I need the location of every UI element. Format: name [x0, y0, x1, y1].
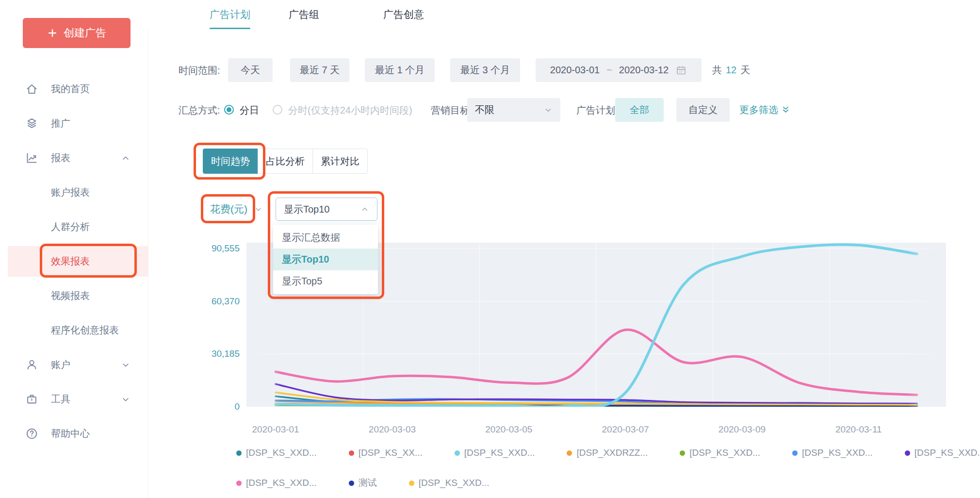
legend-dot: [236, 450, 242, 456]
sidebar-item-label: 报表: [51, 151, 70, 165]
chevron-down-icon: [121, 395, 131, 404]
radio-daily[interactable]: [224, 105, 234, 115]
chart-tab-time-trend[interactable]: 时间趋势: [203, 149, 258, 174]
legend-dot: [349, 450, 354, 456]
user-icon: [25, 358, 38, 371]
time-range-label: 时间范围:: [179, 64, 220, 77]
sidebar-item-account-report[interactable]: 账户报表: [0, 175, 148, 210]
sidebar-item-label: 帮助中心: [51, 427, 90, 440]
legend-dot: [349, 481, 354, 486]
legend-dot: [455, 450, 460, 456]
plan-all-button[interactable]: 全部: [615, 98, 664, 122]
marketing-goal-select[interactable]: 不限: [467, 98, 560, 122]
legend-label: [DSP_KS_XX...: [359, 448, 423, 458]
y-tick-label: 0: [199, 401, 240, 412]
chevron-up-icon: [360, 205, 369, 214]
topn-select[interactable]: 显示Top10: [276, 198, 377, 221]
topn-select-value: 显示Top10: [284, 203, 330, 216]
sidebar-item-programmatic-creative-report[interactable]: 程序化创意报表: [0, 313, 148, 348]
radio-daily-label[interactable]: 分日: [240, 104, 259, 117]
total-days-prefix: 共: [712, 64, 722, 77]
legend-item[interactable]: [DSP_KS_XXD...: [236, 448, 317, 458]
sidebar-item-help-center[interactable]: 帮助中心: [0, 416, 148, 451]
legend-item[interactable]: [DSP_KS_XXD...: [455, 448, 535, 458]
legend-item[interactable]: [DSP_KS_XXD...: [905, 448, 980, 458]
chevron-down-icon: [254, 205, 262, 214]
legend-item[interactable]: [DSP_KS_XXD...: [236, 477, 317, 489]
legend-item[interactable]: [DSP_KS_XX...: [349, 448, 423, 458]
double-chevron-down-icon: [781, 105, 790, 115]
sidebar-item-label: 推广: [51, 117, 70, 130]
legend-label: [DSP_KS_XXD...: [915, 448, 980, 458]
radio-hourly[interactable]: [273, 105, 282, 115]
legend-label: [DSP_KS_XXD...: [246, 448, 317, 458]
calendar-icon[interactable]: [675, 65, 687, 76]
sidebar-item-report[interactable]: 报表: [0, 141, 148, 175]
x-tick-label: 2020-03-11: [835, 424, 882, 435]
metric-select-value: 花费(元): [210, 202, 247, 216]
quick-range-today[interactable]: 今天: [228, 58, 273, 82]
quick-range-last-3-months[interactable]: 最近 3 个月: [450, 58, 520, 82]
legend-label: [DSP_KS_XXD...: [689, 448, 760, 458]
sidebar-item-label: 我的首页: [51, 83, 90, 96]
topn-option-1[interactable]: 显示Top10: [273, 249, 378, 270]
sidebar: 创建广告 我的首页推广报表账户报表人群分析效果报表视频报表程序化创意报表账户工具…: [0, 0, 148, 498]
sidebar-item-label: 账户: [51, 358, 70, 371]
legend-dot: [680, 450, 685, 456]
date-end: 2020-03-12: [619, 65, 669, 76]
chart-tab-cumulative-compare[interactable]: 累计对比: [312, 149, 368, 174]
topn-option-2[interactable]: 显示Top5: [273, 270, 378, 292]
legend-item[interactable]: [DSP_KS_XXD...: [792, 448, 873, 458]
sidebar-item-label: 程序化创意报表: [51, 324, 119, 337]
tab-ad-creative[interactable]: 广告创意: [383, 0, 424, 29]
legend-label: [DSP_KS_XXD...: [802, 448, 873, 458]
active-tab-underline: [210, 28, 250, 29]
date-tilde: ~: [606, 65, 612, 76]
chart-icon: [25, 151, 38, 165]
legend-item[interactable]: 测试: [349, 477, 377, 489]
legend-item[interactable]: [DSP_XXDRZZ...: [567, 448, 648, 458]
help-icon: [25, 427, 38, 440]
quick-range-last-7-days[interactable]: 最近 7 天: [290, 58, 349, 82]
y-tick-label: 30,185: [199, 349, 240, 359]
sidebar-item-label: 效果报表: [51, 255, 90, 268]
sidebar-item-home[interactable]: 我的首页: [0, 72, 148, 106]
legend-dot: [567, 450, 572, 456]
chevron-down-icon: [544, 106, 553, 115]
legend-dot: [236, 481, 242, 486]
quick-range-last-1-month[interactable]: 最近 1 个月: [365, 58, 435, 82]
sidebar-item-audience-analysis[interactable]: 人群分析: [0, 210, 148, 244]
chart-tab-share-analysis[interactable]: 占比分析: [258, 149, 313, 174]
y-tick-label: 60,370: [199, 296, 240, 307]
x-tick-label: 2020-03-01: [252, 424, 299, 435]
create-ad-button[interactable]: 创建广告: [23, 18, 131, 48]
y-tick-label: 90,555: [199, 243, 240, 254]
sidebar-item-effect-report[interactable]: 效果报表: [0, 244, 148, 279]
sidebar-item-promotion[interactable]: 推广: [0, 106, 148, 141]
sidebar-item-account[interactable]: 账户: [0, 348, 148, 382]
radio-hourly-label[interactable]: 分时(仅支持24小时内时间段): [288, 104, 412, 117]
legend-label: [DSP_KS_XXD...: [246, 478, 317, 488]
tab-ad-group[interactable]: 广告组: [289, 0, 319, 29]
topn-dropdown: 显示汇总数据显示Top10显示Top5: [273, 225, 378, 294]
chevron-up-icon: [121, 153, 131, 163]
metric-select[interactable]: 花费(元): [210, 202, 262, 216]
legend-dot: [409, 481, 414, 486]
topn-option-0[interactable]: 显示汇总数据: [273, 227, 378, 249]
sidebar-item-label: 人群分析: [51, 220, 90, 233]
legend-dot: [792, 450, 798, 456]
legend-item[interactable]: [DSP_KS_XXD...: [680, 448, 760, 458]
sidebar-item-video-report[interactable]: 视频报表: [0, 279, 148, 313]
tab-ad-plan[interactable]: 广告计划: [210, 0, 250, 29]
top-tabbar: 广告计划广告组广告创意: [148, 0, 980, 30]
legend-label: 测试: [359, 477, 377, 489]
total-days-suffix: 天: [740, 64, 750, 77]
layers-icon: [25, 117, 38, 130]
more-filters-button[interactable]: 更多筛选: [739, 98, 790, 122]
legend-dot: [905, 450, 910, 456]
date-range-picker[interactable]: 2020-03-01 ~ 2020-03-12: [536, 58, 702, 82]
legend-item[interactable]: [DSP_KS_XXD...: [409, 477, 490, 489]
sidebar-item-tools[interactable]: 工具: [0, 382, 148, 416]
plan-custom-button[interactable]: 自定义: [676, 98, 730, 122]
x-tick-label: 2020-03-05: [485, 424, 532, 435]
